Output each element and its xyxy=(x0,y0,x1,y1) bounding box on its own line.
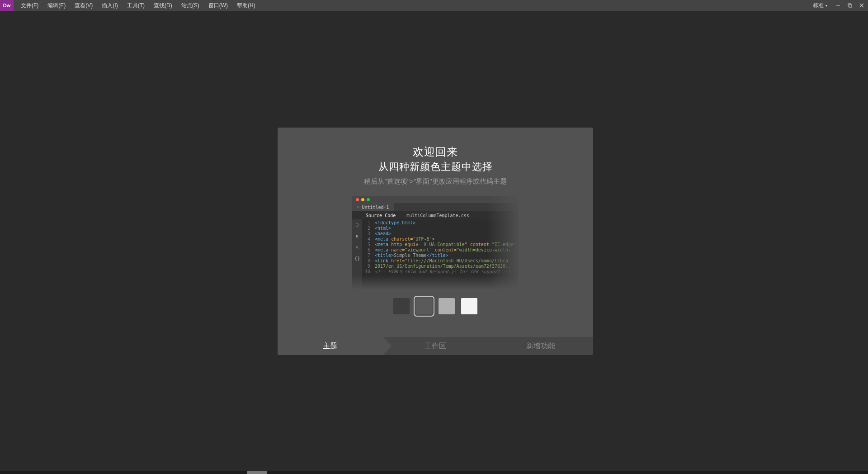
menu-item[interactable]: 工具(T) xyxy=(123,0,149,11)
code-line: 3<head> xyxy=(363,231,519,237)
window-controls xyxy=(835,3,864,8)
welcome-bottom-tabs: 主题工作区新增功能 xyxy=(278,337,593,355)
menu-item[interactable]: 窗口(W) xyxy=(204,0,232,11)
menu-item[interactable]: 站点(S) xyxy=(177,0,204,11)
code-line: 6<meta name="viewport" content="width=de… xyxy=(363,247,519,253)
preview-tab-label: Untitled-1 xyxy=(362,205,389,210)
close-button[interactable] xyxy=(859,3,864,8)
close-icon: × xyxy=(357,205,359,209)
maximize-button[interactable] xyxy=(847,3,853,8)
wand-icon: ✎ xyxy=(356,245,359,250)
code-line: 92017/en_US/Configuration/Temp/Assets/ea… xyxy=(363,264,519,269)
menu-item[interactable]: 编辑(E) xyxy=(43,0,70,11)
taskbar-active-indicator xyxy=(247,471,267,474)
workspace-switcher[interactable]: 标准 ▾ xyxy=(810,2,830,9)
menu-item[interactable]: 帮助(H) xyxy=(232,0,260,11)
menu-bar: Dw 文件(F)编辑(E)查看(V)插入(I)工具(T)查找(D)站点(S)窗口… xyxy=(0,0,868,11)
preview-titlebar xyxy=(352,196,519,203)
welcome-header: 欢迎回来 从四种新颜色主题中选择 稍后从"首选项">"界面"更改应用程序或代码主… xyxy=(278,128,593,186)
preview-source-label: Source Code xyxy=(366,213,396,218)
brackets-icon: {} xyxy=(354,256,360,261)
menu-item[interactable]: 查找(D) xyxy=(149,0,177,11)
code-line: 8<link href="file:///Macintosh HD/Users/… xyxy=(363,258,519,264)
svg-rect-2 xyxy=(849,5,852,7)
code-line: 7<title>Simple Theme</title> xyxy=(363,253,519,258)
preview-code-lines: 1<!doctype html>2<html>3<head>4<meta cha… xyxy=(362,219,519,289)
traffic-light-max-icon xyxy=(367,198,370,201)
welcome-title: 欢迎回来 xyxy=(278,145,593,159)
theme-swatch[interactable] xyxy=(439,298,455,314)
code-line: 2<html> xyxy=(363,226,519,231)
welcome-tab[interactable]: 新增功能 xyxy=(488,337,593,355)
theme-swatches xyxy=(278,298,593,314)
welcome-hint: 稍后从"首选项">"界面"更改应用程序或代码主题 xyxy=(278,177,593,186)
workspace-label: 标准 xyxy=(813,2,824,9)
menu-item[interactable]: 查看(V) xyxy=(70,0,97,11)
code-line: 5<meta http-equiv="X-UA-Compatible" cont… xyxy=(363,242,519,247)
menu-item[interactable]: 文件(F) xyxy=(16,0,43,11)
traffic-light-close-icon xyxy=(356,198,359,201)
welcome-tab[interactable]: 主题 xyxy=(278,337,383,355)
preview-source-row: Source Code multiColumnTemplate.css xyxy=(352,211,519,219)
traffic-light-min-icon xyxy=(361,198,364,201)
preview-side-toolbar: ▢ ⇅ ✎ {} xyxy=(352,219,362,289)
welcome-dialog: 欢迎回来 从四种新颜色主题中选择 稍后从"首选项">"界面"更改应用程序或代码主… xyxy=(278,128,593,355)
preview-tab: × Untitled-1 xyxy=(352,203,394,211)
preview-code-body: ▢ ⇅ ✎ {} 1<!doctype html>2<html>3<head>4… xyxy=(352,219,519,289)
preview-file-label: multiColumnTemplate.css xyxy=(406,213,469,218)
code-line: 4<meta charset="UTF-8"> xyxy=(363,237,519,242)
theme-swatch[interactable] xyxy=(393,298,410,314)
code-line: 10<!-- HTML5 shim and Respond.js for IE8… xyxy=(363,269,519,275)
chevron-down-icon: ▾ xyxy=(826,4,827,8)
preview-tab-row: × Untitled-1 xyxy=(352,203,519,211)
welcome-subtitle: 从四种新颜色主题中选择 xyxy=(278,160,593,174)
minimize-button[interactable] xyxy=(835,3,841,8)
menu-items: 文件(F)编辑(E)查看(V)插入(I)工具(T)查找(D)站点(S)窗口(W)… xyxy=(16,0,260,11)
theme-swatch[interactable] xyxy=(416,298,432,314)
welcome-tab[interactable]: 工作区 xyxy=(383,337,488,355)
adjust-icon: ⇅ xyxy=(356,233,359,238)
theme-swatch[interactable] xyxy=(461,298,477,314)
file-icon: ▢ xyxy=(356,222,359,227)
code-line: 1<!doctype html> xyxy=(363,220,519,226)
theme-preview: × Untitled-1 Source Code multiColumnTemp… xyxy=(352,196,519,289)
app-logo: Dw xyxy=(0,0,14,11)
menu-item[interactable]: 插入(I) xyxy=(97,0,122,11)
taskbar-strip xyxy=(0,471,868,474)
